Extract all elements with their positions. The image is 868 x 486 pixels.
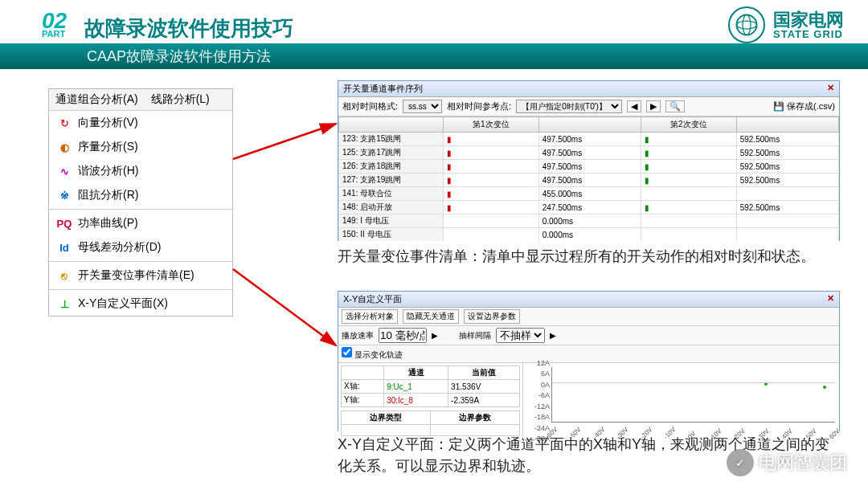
table-row[interactable]: 125: 支路17跳闸▮497.500ms▮592.500ms [339, 146, 839, 160]
menu-item-label: 开关量变位事件清单(E) [78, 268, 194, 283]
id-icon: Id [57, 240, 72, 255]
xy-plane-panel: X-Y自定义平面 ✕ 选择分析对象 隐藏无关通道 设置边界参数 播放速率 ▶ 抽… [338, 291, 840, 431]
panel-title-text: X-Y自定义平面 [343, 293, 402, 305]
table-row[interactable]: 149: I 母电压0.000ms [339, 214, 839, 228]
menu-item-label: 向量分析(V) [78, 116, 138, 130]
table-row[interactable]: 148: 启动开放▮247.500ms▮592.500ms [339, 201, 839, 214]
play-icon[interactable]: ▶ [432, 331, 438, 340]
ref-label: 相对时间参考点: [447, 100, 511, 112]
xy-plot[interactable]: 12A6A0A-6A-12A-18A-24A-30A -60V-50V-40V-… [523, 363, 839, 439]
logo-cn: 国家电网 [773, 11, 844, 29]
svg-point-0 [737, 15, 757, 35]
table-row[interactable]: 150: II 母电压0.000ms [339, 228, 839, 242]
close-icon[interactable]: ✕ [827, 293, 834, 305]
menu-item[interactable]: ↻向量分析(V) [49, 111, 232, 135]
ref-select[interactable]: 【用户指定0时刻(T0')】 [516, 100, 622, 113]
part-badge: 02 PART [42, 8, 67, 39]
arrow-icon [233, 269, 346, 349]
state-grid-logo: 国家电网 STATE GRID [728, 6, 844, 43]
wechat-icon: ✓ [727, 449, 754, 476]
page-title: 故障录波软件使用技巧 [84, 14, 293, 43]
panel1-toolbar: 相对时间格式: ss.ss 相对时间参考点: 【用户指定0时刻(T0')】 ◀ … [338, 97, 839, 116]
panel-title-text: 开关量通道事件序列 [343, 83, 423, 95]
switch-events-panel: 开关量通道事件序列 ✕ 相对时间格式: ss.ss 相对时间参考点: 【用户指定… [338, 80, 840, 241]
events-table: 第1次变位第2次变位123: 支路15跳闸▮497.500ms▮592.500m… [338, 116, 839, 241]
panel2-toolbar3: 显示变化轨迹 [338, 345, 839, 363]
table-row[interactable]: 127: 支路19跳闸▮497.500ms▮592.500ms [339, 174, 839, 187]
play-icon[interactable]: ▶ [550, 331, 556, 340]
menu-header: 通道组合分析(A) 线路分析(L) [49, 89, 232, 111]
logo-en: STATE GRID [773, 29, 844, 39]
pq-icon: PQ [57, 216, 72, 231]
panel-titlebar: 开关量通道事件序列 ✕ [338, 81, 839, 97]
menu-item[interactable]: ◐序量分析(S) [49, 135, 232, 159]
table-row[interactable]: 126: 支路18跳闸▮497.500ms▮592.500ms [339, 160, 839, 174]
svg-point-2 [743, 15, 751, 35]
rate-input[interactable] [379, 328, 427, 343]
sample-label: 抽样间隔 [459, 330, 491, 341]
menu-tab[interactable]: 线路分析(L) [145, 89, 216, 110]
table-row[interactable]: 123: 支路15跳闸▮497.500ms▮592.500ms [339, 133, 839, 146]
svg-line-3 [233, 124, 336, 159]
watermark-text: 电网智囊团 [759, 451, 847, 475]
page-subtitle: CAAP故障录波软件使用方法 [87, 47, 271, 66]
panel2-toolbar: 选择分析对象 隐藏无关通道 设置边界参数 [338, 308, 839, 326]
nav-btn[interactable]: ◀ [627, 100, 641, 112]
search-btn[interactable]: 🔍 [665, 100, 685, 112]
show-trace-checkbox[interactable]: 显示变化轨迹 [342, 347, 403, 361]
rate-label: 播放速率 [342, 330, 374, 341]
menu-item-label: 阻抗分析(R) [78, 188, 138, 202]
fmt-label: 相对时间格式: [342, 100, 398, 112]
svg-line-4 [233, 269, 336, 345]
watermark: ✓ 电网智囊团 [727, 449, 847, 476]
globe-icon [728, 6, 765, 43]
arrow-icon [233, 120, 346, 161]
boundary-button[interactable]: 设置边界参数 [464, 309, 520, 324]
panel2-toolbar2: 播放速率 ▶ 抽样间隔 不抽样 ▶ [338, 326, 839, 345]
menu-item[interactable]: Id母线差动分析(D) [49, 235, 232, 259]
svg-point-1 [737, 21, 757, 29]
caption-switch-events: 开关量变位事件清单：清单中显示过程所有的开关动作的相对时刻和状态。 [338, 246, 844, 268]
harm-icon: ∿ [57, 164, 72, 178]
menu-item[interactable]: PQ功率曲线(P) [49, 211, 232, 235]
menu-item-label: 母线差动分析(D) [78, 240, 161, 255]
vector-icon: ↻ [57, 116, 72, 130]
menu-item[interactable]: ※阻抗分析(R) [49, 183, 232, 207]
menu-item-label: 序量分析(S) [78, 140, 138, 154]
nav-btn[interactable]: ▶ [646, 100, 661, 112]
seq-icon: ◐ [57, 140, 72, 154]
menu-item[interactable]: ∿谐波分析(H) [49, 159, 232, 183]
part-label: PART [42, 29, 67, 39]
menu-tab[interactable]: 通道组合分析(A) [49, 89, 145, 110]
menu-item-label: X-Y自定义平面(X) [78, 296, 168, 311]
fmt-select[interactable]: ss.ss [403, 100, 442, 113]
table-row[interactable]: 141: 母联合位▮455.000ms [339, 187, 839, 201]
close-icon[interactable]: ✕ [827, 83, 834, 95]
menu-item-label: 功率曲线(P) [78, 216, 138, 231]
menu-item[interactable]: ⊥X-Y自定义平面(X) [49, 292, 232, 316]
imp-icon: ※ [57, 188, 72, 202]
boundary-table: 边界类型边界参数 [341, 410, 520, 436]
menu-item-label: 谐波分析(H) [78, 164, 138, 178]
menu-popup: 通道组合分析(A) 线路分析(L) ↻向量分析(V)◐序量分析(S)∿谐波分析(… [48, 88, 233, 317]
panel-titlebar: X-Y自定义平面 ✕ [338, 292, 839, 308]
save-csv-button[interactable]: 💾 保存成(.csv) [773, 100, 835, 112]
switch-icon: ⎋ [57, 268, 72, 283]
menu-item[interactable]: ⎋开关量变位事件清单(E) [49, 263, 232, 288]
sample-select[interactable]: 不抽样 [496, 328, 545, 343]
xy-channel-table: 通道当前值 X轴:9:Uc_131.536V Y轴:30:Ic_8-2.359A [341, 366, 520, 407]
hide-channel-button[interactable]: 隐藏无关通道 [403, 309, 459, 324]
xy-config-pane: 通道当前值 X轴:9:Uc_131.536V Y轴:30:Ic_8-2.359A… [338, 363, 523, 439]
select-target-button[interactable]: 选择分析对象 [342, 309, 398, 324]
xy-icon: ⊥ [57, 296, 72, 311]
